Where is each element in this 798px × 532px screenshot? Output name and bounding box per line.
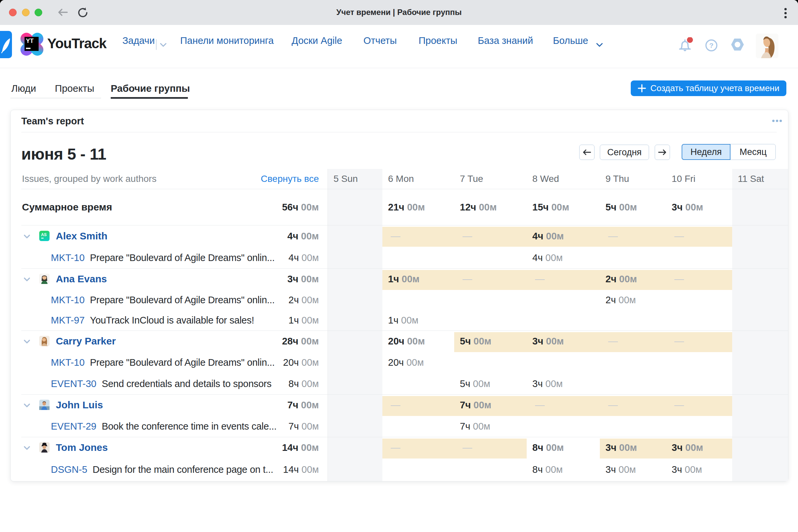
svg-text:YT: YT [26,38,34,44]
svg-text:?: ? [709,41,714,49]
svg-text:AS: AS [41,232,47,237]
